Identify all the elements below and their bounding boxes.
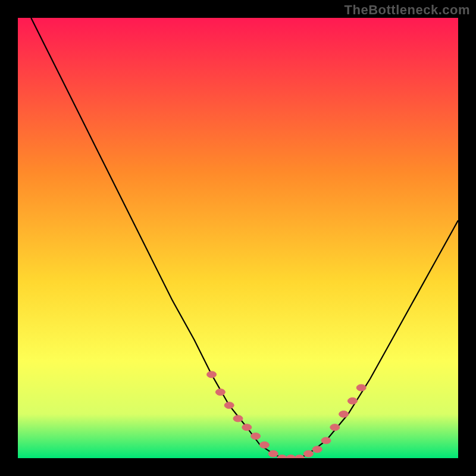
curve-marker [330,424,340,431]
curve-marker [347,397,357,404]
curve-marker [259,441,269,448]
gradient-background [18,18,458,458]
curve-marker [233,415,243,422]
curve-marker [356,384,366,391]
curve-marker [268,450,278,457]
curve-marker [321,437,331,444]
curve-marker [312,446,322,453]
bottleneck-chart [18,18,458,458]
curve-marker [251,433,261,440]
curve-marker [339,411,349,418]
curve-marker [303,450,313,457]
curve-marker [242,424,252,431]
chart-frame: TheBottleneck.com [0,0,476,476]
watermark-text: TheBottleneck.com [345,2,470,18]
plot-area [18,18,458,458]
curve-marker [207,371,217,378]
curve-marker [224,402,234,409]
curve-marker [215,389,225,396]
